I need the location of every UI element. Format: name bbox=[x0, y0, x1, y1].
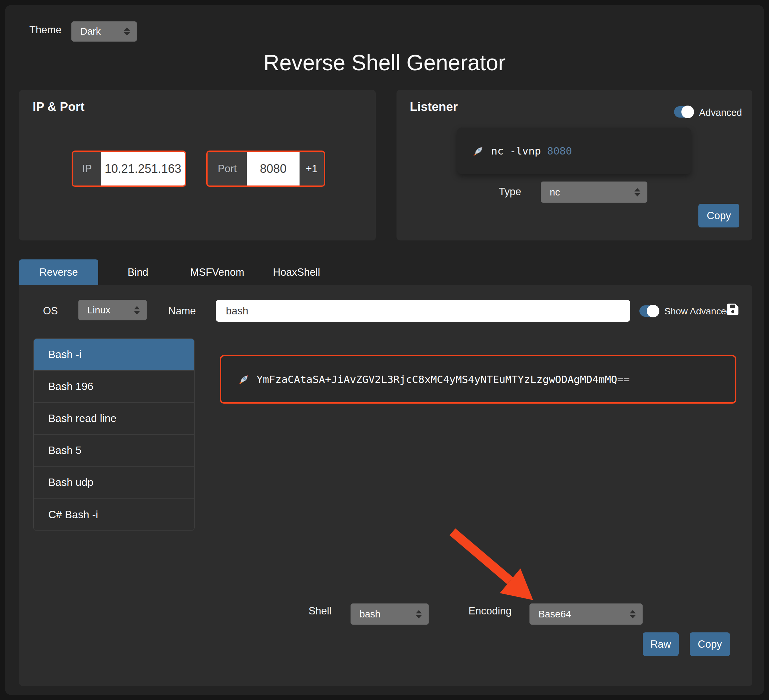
shell-template-item-csharp-bash-i[interactable]: C# Bash -i bbox=[34, 499, 194, 530]
page-title: Reverse Shell Generator bbox=[0, 50, 769, 75]
chevron-updown-icon bbox=[134, 306, 140, 315]
listener-command-box[interactable]: nc -lvnp 8080 bbox=[457, 128, 691, 174]
shell-template-item-bash-5[interactable]: Bash 5 bbox=[34, 435, 194, 467]
listener-command-text: nc -lvnp bbox=[491, 145, 541, 157]
shell-select[interactable]: bash bbox=[351, 604, 429, 625]
tab-hoaxshell[interactable]: HoaxShell bbox=[257, 259, 336, 285]
toggle-knob bbox=[647, 305, 660, 317]
theme-select-value: Dark bbox=[80, 26, 101, 37]
advanced-toggle[interactable] bbox=[674, 106, 693, 117]
encoding-select[interactable]: Base64 bbox=[529, 604, 643, 625]
rocket-icon bbox=[237, 373, 250, 385]
port-input[interactable] bbox=[247, 152, 299, 186]
shell-template-item-bash-udp[interactable]: Bash udp bbox=[34, 467, 194, 499]
port-input-group: Port +1 bbox=[206, 151, 325, 187]
listener-copy-button[interactable]: Copy bbox=[698, 204, 739, 228]
panel-copy-button[interactable]: Copy bbox=[690, 633, 730, 656]
payload-output-box[interactable]: YmFzaCAtaSA+JiAvZGV2L3RjcC8xMC4yMS4yNTEu… bbox=[220, 355, 736, 404]
theme-select[interactable]: Dark bbox=[71, 21, 137, 42]
ip-port-heading: IP & Port bbox=[33, 100, 85, 114]
listener-heading: Listener bbox=[410, 100, 458, 114]
advanced-toggle-label: Advanced bbox=[699, 107, 742, 118]
name-label: Name bbox=[168, 305, 196, 317]
os-select-value: Linux bbox=[87, 305, 110, 316]
listener-card: Listener Advanced nc -lvnp 8080 Type nc … bbox=[396, 90, 752, 241]
chevron-updown-icon bbox=[634, 188, 640, 196]
chevron-updown-icon bbox=[416, 610, 422, 618]
floppy-disk-icon[interactable] bbox=[725, 302, 740, 317]
show-advanced-label: Show Advanced bbox=[664, 306, 731, 317]
tab-reverse[interactable]: Reverse bbox=[19, 259, 98, 285]
raw-button[interactable]: Raw bbox=[643, 633, 679, 656]
encoding-label: Encoding bbox=[468, 605, 512, 617]
type-select-value: nc bbox=[550, 187, 560, 198]
shell-select-value: bash bbox=[359, 609, 381, 620]
theme-label: Theme bbox=[29, 24, 61, 36]
chevron-updown-icon bbox=[630, 610, 636, 618]
reverse-panel: OS Linux Name Show Advanced Bash -i Bash… bbox=[19, 285, 752, 686]
type-label: Type bbox=[499, 186, 521, 198]
tab-bar: Reverse Bind MSFVenom HoaxShell bbox=[19, 259, 336, 285]
port-label: Port bbox=[208, 152, 247, 186]
shell-template-item-bash-read-line[interactable]: Bash read line bbox=[34, 403, 194, 435]
show-advanced-toggle[interactable] bbox=[639, 305, 659, 317]
shell-template-list: Bash -i Bash 196 Bash read line Bash 5 B… bbox=[33, 338, 195, 531]
tab-msfvenom[interactable]: MSFVenom bbox=[178, 259, 257, 285]
rocket-icon bbox=[472, 144, 484, 157]
payload-text: YmFzaCAtaSA+JiAvZGV2L3RjcC8xMC4yMS4yNTEu… bbox=[257, 373, 630, 385]
type-select[interactable]: nc bbox=[541, 181, 647, 203]
os-label: OS bbox=[43, 305, 58, 317]
shell-label: Shell bbox=[309, 605, 331, 617]
ip-input[interactable] bbox=[101, 152, 185, 186]
toggle-knob bbox=[681, 106, 694, 118]
encoding-select-value: Base64 bbox=[539, 609, 571, 620]
port-increment-button[interactable]: +1 bbox=[299, 152, 324, 186]
shell-template-item-bash-i[interactable]: Bash -i bbox=[34, 339, 194, 371]
ip-input-group: IP bbox=[72, 151, 186, 187]
ip-label: IP bbox=[73, 152, 101, 186]
tab-bind[interactable]: Bind bbox=[98, 259, 178, 285]
name-input[interactable] bbox=[216, 300, 630, 322]
chevron-updown-icon bbox=[124, 27, 130, 35]
listener-command-port: 8080 bbox=[547, 145, 572, 157]
ip-port-card: IP & Port IP Port +1 bbox=[19, 90, 376, 241]
os-select[interactable]: Linux bbox=[78, 300, 147, 320]
shell-template-item-bash-196[interactable]: Bash 196 bbox=[34, 371, 194, 403]
